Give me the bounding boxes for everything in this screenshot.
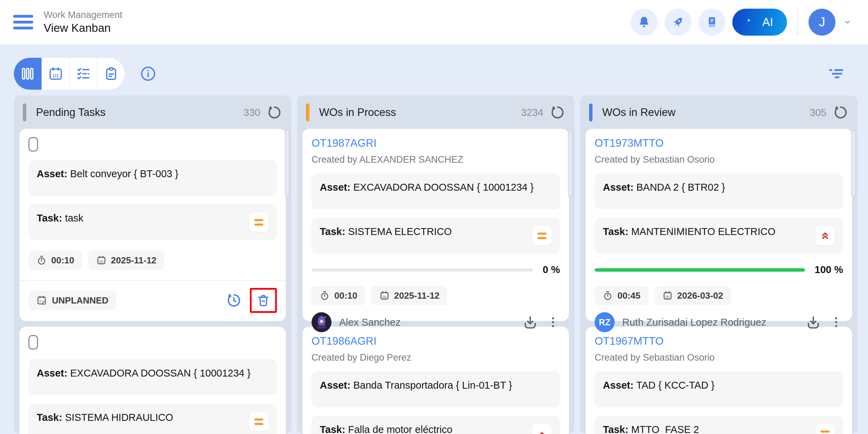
sparkle-icon [748, 19, 750, 21]
card-menu-button[interactable] [829, 315, 843, 330]
stopwatch-icon [36, 255, 47, 266]
column-count: 305 [810, 107, 826, 118]
refresh-column-button[interactable] [266, 105, 282, 120]
download-button[interactable] [805, 314, 822, 331]
column-count: 330 [244, 107, 260, 118]
task-checkbox[interactable] [28, 335, 38, 350]
refresh-column-button[interactable] [550, 105, 566, 120]
task-field: Task: SISTEMA HIDRAULICO [28, 404, 277, 434]
wo-card[interactable]: OT1973MTTO Created by Sebastian Osorio A… [586, 129, 852, 321]
task-value: MTTO_FASE 2 [631, 424, 699, 434]
calendar-x-icon [36, 295, 48, 306]
assignee-name: Alex Sanchez [339, 317, 400, 328]
asset-value: Banda Transportadora { Lin-01-BT } [353, 380, 512, 391]
view-clipboard-tab[interactable] [97, 58, 125, 90]
date-chip: 2025-11-12 [88, 251, 164, 270]
calendar-icon [662, 290, 673, 301]
column-scrollbar[interactable] [568, 129, 573, 197]
task-card[interactable]: Asset: Belt conveyor { BT-003 } Task: ta… [19, 129, 286, 321]
calendar-icon [96, 255, 107, 266]
chevron-down-icon[interactable] [842, 17, 853, 27]
wo-link[interactable]: OT1973MTTO [595, 137, 843, 150]
view-list-tab[interactable] [69, 58, 97, 90]
kebab-icon [546, 315, 560, 330]
download-icon [522, 314, 539, 331]
card-chips: 00:10 2025-11-12 [28, 251, 277, 270]
ai-assistant-button[interactable]: AI [732, 9, 787, 36]
asset-value: EXCAVADORA DOOSSAN { 10001234 } [353, 182, 534, 193]
card-footer: UNPLANNED [28, 281, 277, 313]
calendar-icon [48, 66, 64, 82]
progress-track [595, 268, 805, 272]
task-field: Task: MANTENIMIENTO ELECTRICO [595, 218, 843, 254]
priority-medium-icon [532, 226, 552, 245]
date-chip: 2026-03-02 [654, 286, 731, 305]
duration-chip: 00:45 [595, 286, 648, 305]
priority-medium-icon [249, 213, 269, 232]
refresh-icon [550, 105, 566, 120]
progress-row: 0 % [311, 264, 560, 275]
task-value: Falla de motor eléctrico [348, 424, 452, 434]
created-by: Created by Diego Perez [311, 352, 560, 363]
history-button[interactable] [226, 292, 242, 309]
refresh-column-button[interactable] [833, 105, 849, 120]
card-menu-button[interactable] [546, 315, 560, 330]
priority-medium-icon [249, 412, 269, 431]
view-calendar-tab[interactable] [42, 58, 69, 90]
asset-field: Asset: BANDA 2 { BTR02 } [595, 173, 843, 209]
journal-icon [705, 15, 719, 29]
notifications-button[interactable] [631, 9, 658, 36]
status-chip: UNPLANNED [28, 291, 116, 310]
download-button[interactable] [522, 314, 539, 331]
card-chips: 00:45 2026-03-02 [595, 286, 843, 305]
card-footer: Alex Sanchez [311, 305, 560, 332]
task-value: SISTEMA HIDRAULICO [65, 412, 173, 423]
progress-track [311, 268, 533, 272]
launch-button[interactable] [664, 9, 691, 36]
progress-fill [595, 268, 805, 272]
column-header: WOs in Process 3234 [302, 100, 569, 123]
view-kanban-tab[interactable] [14, 58, 42, 90]
kanban-icon [20, 66, 36, 82]
rocket-icon [671, 15, 685, 29]
task-field: Task: SISTEMA ELECTRICO [311, 218, 560, 254]
priority-highest-icon [815, 226, 835, 245]
column-scrollbar[interactable] [285, 129, 290, 197]
filter-button[interactable] [827, 67, 847, 81]
stopwatch-icon [319, 290, 330, 301]
task-field: Task: MTTO_FASE 2 [595, 416, 843, 434]
info-button[interactable] [139, 65, 157, 83]
board-area: Pending Tasks 330 Asset: Belt conveyor {… [0, 44, 868, 434]
wo-link[interactable]: OT1986AGRI [311, 335, 377, 347]
user-avatar[interactable]: J [808, 9, 835, 36]
column-accent-bar [589, 103, 593, 121]
progress-row: 100 % [595, 264, 843, 275]
asset-field: Asset: Banda Transportadora { Lin-01-BT … [311, 371, 560, 407]
created-by: Created by Sebastian Osorio [595, 154, 843, 165]
wo-card[interactable]: OT1967MTTO Created by Sebastian Osorio A… [586, 327, 852, 434]
wo-link[interactable]: OT1967MTTO [595, 335, 663, 347]
task-card[interactable]: Asset: EXCAVADORA DOOSSAN { 10001234 } T… [19, 327, 286, 434]
top-bar: Work Management View Kanban AI J [0, 0, 868, 44]
delete-highlight-box [250, 288, 277, 313]
column-header: WOs in Review 305 [586, 100, 852, 123]
delete-button[interactable] [256, 293, 271, 308]
task-checkbox[interactable] [28, 137, 38, 152]
wo-card[interactable]: OT1986AGRI Created by Diego Perez Asset:… [302, 327, 569, 434]
guide-button[interactable] [698, 9, 725, 36]
info-icon [139, 65, 157, 83]
kanban-columns: Pending Tasks 330 Asset: Belt conveyor {… [14, 96, 868, 434]
column-accent-bar [306, 103, 309, 121]
priority-medium-icon [815, 424, 835, 434]
divider [797, 8, 798, 36]
column-scrollbar[interactable] [851, 129, 856, 197]
menu-icon[interactable] [13, 15, 33, 29]
wo-link[interactable]: OT1987AGRI [311, 137, 560, 150]
calendar-icon [379, 290, 390, 301]
view-toolbar [14, 57, 868, 90]
wo-card[interactable]: OT1987AGRI Created by ALEXANDER SANCHEZ … [302, 129, 569, 321]
duration-chip: 00:10 [311, 286, 365, 305]
asset-field: Asset: EXCAVADORA DOOSSAN { 10001234 } [311, 173, 560, 209]
column-accent-bar [23, 103, 26, 121]
assignee-name: Ruth Zurisadai Lopez Rodriguez [622, 317, 766, 328]
